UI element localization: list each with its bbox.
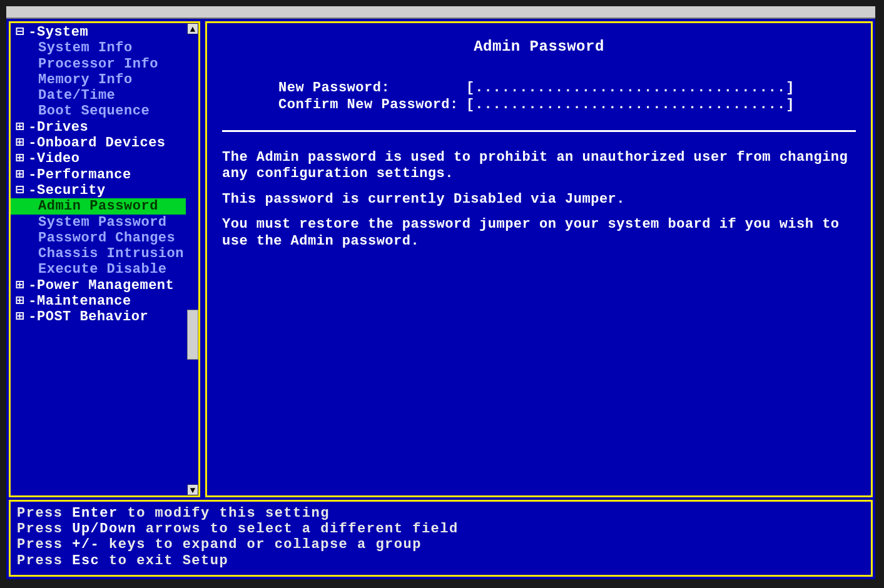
confirm-password-label: Confirm New Password: — [278, 97, 466, 113]
collapse-icon: ⊟ — [12, 24, 28, 40]
branch-icon: - — [28, 135, 37, 151]
key-plusminus: +/- — [72, 537, 99, 552]
branch-icon: - — [28, 151, 37, 166]
branch-icon: - — [28, 24, 37, 40]
desc2-post: . — [616, 191, 625, 207]
tree-item-system-password[interactable]: System Password — [11, 215, 186, 230]
branch-icon: - — [28, 183, 37, 198]
desc-paragraph-2: This password is currently Disabled via … — [222, 191, 856, 208]
help-line-esc: Press Esc to exit Setup — [17, 553, 865, 569]
tree-label: Maintenance — [37, 293, 131, 309]
help-line-enter: Press Enter to modify this setting — [17, 505, 865, 521]
tree-label: Security — [37, 183, 106, 198]
expand-icon: ⊞ — [12, 151, 28, 166]
tree-item-system[interactable]: ⊟-System — [11, 24, 186, 40]
tree-label: Power Management — [37, 278, 174, 293]
tree-label: Boot Sequence — [38, 103, 150, 119]
branch-icon: - — [28, 119, 37, 135]
collapse-icon: ⊟ — [12, 183, 28, 198]
monitor-bezel: ⊟-System System Info Processor Info Memo… — [0, 0, 884, 588]
tree-label: Date/Time — [38, 88, 115, 103]
tree-label: Admin Password — [38, 198, 158, 214]
expand-icon: ⊞ — [12, 309, 28, 325]
expand-icon: ⊞ — [12, 135, 28, 151]
tree-item-boot-sequence[interactable]: Boot Sequence — [11, 103, 186, 119]
key-esc: Esc — [72, 553, 99, 569]
tree-item-admin-password[interactable]: Admin Password — [11, 198, 186, 214]
tree-item-memory-info[interactable]: Memory Info — [11, 72, 186, 88]
help-footer: Press Enter to modify this setting Press… — [9, 500, 873, 577]
scroll-down-icon[interactable]: ▼ — [187, 484, 198, 495]
desc-paragraph-1: The Admin password is used to prohibit a… — [222, 150, 856, 183]
tree-label: Processor Info — [38, 56, 158, 72]
confirm-password-input[interactable]: [...................................] — [466, 97, 795, 113]
divider — [222, 130, 856, 132]
nav-tree[interactable]: ⊟-System System Info Processor Info Memo… — [11, 23, 186, 495]
tree-item-maintenance[interactable]: ⊞-Maintenance — [11, 293, 186, 309]
scroll-up-icon[interactable]: ▲ — [187, 23, 198, 34]
detail-content: Admin Password New Password: [..........… — [207, 23, 871, 268]
tree-label: System Info — [38, 40, 133, 56]
help-line-updown: Press Up/Down arrows to select a differe… — [17, 521, 865, 537]
scroll-track[interactable] — [187, 34, 198, 484]
tree-label: Execute Disable — [38, 261, 167, 277]
branch-icon: - — [28, 278, 37, 293]
key-enter: Enter — [72, 505, 118, 521]
nav-tree-panel: ⊟-System System Info Processor Info Memo… — [9, 21, 200, 497]
desc-paragraph-3: You must restore the password jumper on … — [222, 216, 856, 250]
new-password-input[interactable]: [...................................] — [466, 80, 795, 96]
desc2-pre: This password is currently — [222, 191, 454, 207]
tree-item-execute-disable[interactable]: Execute Disable — [11, 261, 186, 277]
branch-icon: - — [28, 167, 37, 183]
new-password-row: New Password: [.........................… — [278, 80, 856, 96]
tree-item-video[interactable]: ⊞-Video — [11, 151, 186, 166]
tree-label: POST Behavior — [37, 309, 148, 325]
tree-label: System Password — [38, 215, 167, 230]
new-password-label: New Password: — [278, 80, 466, 96]
panel-title: Admin Password — [222, 38, 856, 55]
branch-icon: - — [28, 309, 37, 325]
detail-panel: Admin Password New Password: [..........… — [205, 21, 873, 497]
tree-item-system-info[interactable]: System Info — [11, 40, 186, 56]
tree-item-chassis-intrusion[interactable]: Chassis Intrusion — [11, 246, 186, 261]
work-area: ⊟-System System Info Processor Info Memo… — [6, 19, 875, 500]
tree-item-post-behavior[interactable]: ⊞-POST Behavior — [11, 309, 186, 325]
tree-label: Onboard Devices — [37, 135, 166, 151]
tree-label: Password Changes — [38, 230, 175, 246]
tree-item-drives[interactable]: ⊞-Drives — [11, 119, 186, 135]
expand-icon: ⊞ — [12, 167, 28, 183]
title-bar — [6, 6, 875, 19]
tree-item-processor-info[interactable]: Processor Info — [11, 56, 186, 72]
expand-icon: ⊞ — [12, 119, 28, 135]
tree-item-password-changes[interactable]: Password Changes — [11, 230, 186, 246]
help-line-plusminus: Press +/- keys to expand or collapse a g… — [17, 537, 865, 552]
confirm-password-row: Confirm New Password: [.................… — [278, 97, 856, 113]
tree-item-performance[interactable]: ⊞-Performance — [11, 167, 186, 183]
tree-label: System — [37, 24, 88, 40]
tree-item-security[interactable]: ⊟-Security — [11, 183, 186, 198]
tree-item-onboard-devices[interactable]: ⊞-Onboard Devices — [11, 135, 186, 151]
tree-label: Performance — [37, 167, 131, 183]
bios-screen: ⊟-System System Info Processor Info Memo… — [6, 6, 875, 579]
tree-label: Video — [37, 151, 80, 166]
tree-scrollbar[interactable]: ▲ ▼ — [186, 23, 198, 495]
scroll-thumb[interactable] — [187, 310, 198, 360]
tree-label: Memory Info — [38, 72, 133, 88]
expand-icon: ⊞ — [12, 278, 28, 293]
branch-icon: - — [28, 293, 37, 309]
tree-label: Chassis Intrusion — [38, 246, 184, 261]
tree-label: Drives — [37, 119, 88, 135]
tree-item-power-management[interactable]: ⊞-Power Management — [11, 278, 186, 293]
password-status: Disabled via Jumper — [454, 191, 616, 207]
expand-icon: ⊞ — [12, 293, 28, 309]
key-updown: Up/Down — [72, 521, 136, 537]
tree-item-date-time[interactable]: Date/Time — [11, 88, 186, 103]
